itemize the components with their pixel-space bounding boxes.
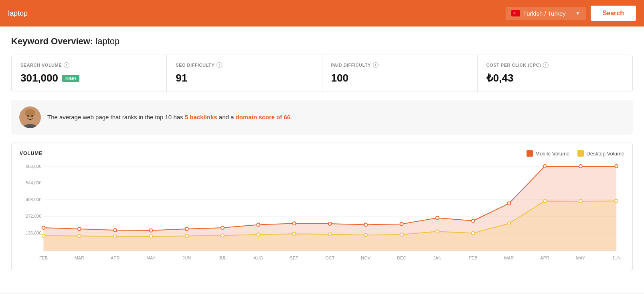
svg-point-51 xyxy=(507,202,510,205)
chart-container: 680,000 544,000 408,000 272,000 136,000 … xyxy=(20,162,624,267)
svg-point-6 xyxy=(35,115,37,118)
legend-item-desktop: Desktop Volume xyxy=(577,150,624,157)
svg-point-50 xyxy=(472,219,475,223)
svg-point-57 xyxy=(113,235,117,238)
svg-point-45 xyxy=(293,222,296,225)
high-badge: HIGH xyxy=(62,75,80,82)
metric-card-seo-difficulty: SEO DIFFICULTY i 91 xyxy=(167,55,322,92)
svg-point-59 xyxy=(185,235,188,238)
insight-banner: The average web page that ranks in the t… xyxy=(11,100,633,135)
svg-point-5 xyxy=(24,115,26,118)
metric-card-cpc: COST PER CLICK (CPC) i ₺0,43 xyxy=(478,55,632,92)
language-label: Turkish / Turkey xyxy=(523,10,566,17)
search-bar: 🇹🇷 Turkish / Turkey ▼ Search xyxy=(0,0,644,27)
svg-point-46 xyxy=(328,222,332,225)
metric-card-paid-difficulty: PAID DIFFICULTY i 100 xyxy=(322,55,478,92)
legend-box-mobile xyxy=(527,150,533,157)
metric-label-cpc: COST PER CLICK (CPC) i xyxy=(486,62,624,68)
info-icon-seo-difficulty[interactable]: i xyxy=(217,62,222,68)
svg-point-68 xyxy=(507,222,510,225)
chart-legend: Mobile Volume Desktop Volume xyxy=(527,150,624,157)
svg-text:JUN: JUN xyxy=(612,255,621,260)
flag-icon: 🇹🇷 xyxy=(511,10,520,16)
metric-label-paid-difficulty: PAID DIFFICULTY i xyxy=(331,62,468,68)
svg-text:APR: APR xyxy=(540,255,549,260)
svg-text:AUG: AUG xyxy=(253,255,263,260)
legend-label-desktop: Desktop Volume xyxy=(586,151,624,157)
svg-text:MAR: MAR xyxy=(504,255,514,260)
svg-text:272,000: 272,000 xyxy=(26,214,41,218)
info-icon-search-volume[interactable]: i xyxy=(64,62,69,68)
chevron-down-icon: ▼ xyxy=(575,10,580,16)
info-icon-cpc[interactable]: i xyxy=(543,62,549,68)
svg-text:408,000: 408,000 xyxy=(26,197,41,202)
svg-text:SEP: SEP xyxy=(290,255,299,260)
svg-point-58 xyxy=(149,235,152,238)
svg-point-41 xyxy=(149,229,152,232)
svg-point-38 xyxy=(42,226,45,229)
metric-label-seo-difficulty: SEO DIFFICULTY i xyxy=(176,62,313,68)
svg-text:MAR: MAR xyxy=(75,255,84,260)
search-input[interactable] xyxy=(8,9,501,18)
svg-text:JUN: JUN xyxy=(182,255,191,260)
metric-value-seo-difficulty: 91 xyxy=(176,72,313,84)
svg-text:136,000: 136,000 xyxy=(26,231,41,235)
svg-text:FEB: FEB xyxy=(469,255,477,260)
svg-text:APR: APR xyxy=(111,255,120,260)
svg-point-3 xyxy=(27,115,29,117)
svg-point-66 xyxy=(436,230,439,233)
svg-point-69 xyxy=(543,200,547,203)
svg-text:JAN: JAN xyxy=(433,255,441,260)
svg-point-53 xyxy=(579,165,582,168)
metric-card-search-volume: SEARCH VOLUME i 301,000 HIGH xyxy=(12,55,167,92)
svg-text:OCT: OCT xyxy=(325,255,334,260)
svg-point-52 xyxy=(543,165,547,168)
insight-text: The average web page that ranks in the t… xyxy=(47,113,292,122)
chart-title: VOLUME xyxy=(20,151,43,156)
metric-value-paid-difficulty: 100 xyxy=(331,72,468,84)
search-button[interactable]: Search xyxy=(591,6,636,21)
svg-text:544,000: 544,000 xyxy=(26,180,41,185)
chart-header: VOLUME Mobile Volume Desktop Volume xyxy=(20,150,624,157)
chart-section: VOLUME Mobile Volume Desktop Volume xyxy=(11,143,633,271)
metric-label-search-volume: SEARCH VOLUME i xyxy=(20,62,158,68)
svg-text:680,000: 680,000 xyxy=(26,164,41,169)
info-icon-paid-difficulty[interactable]: i xyxy=(373,62,379,68)
svg-text:DEC: DEC xyxy=(397,255,406,260)
svg-text:JUL: JUL xyxy=(219,255,226,260)
svg-text:NOV: NOV xyxy=(361,255,371,260)
domain-score-highlight: domain score of 66 xyxy=(236,114,291,120)
svg-point-70 xyxy=(579,200,582,203)
svg-point-44 xyxy=(257,223,260,226)
backlinks-highlight: 5 backlinks xyxy=(185,114,217,120)
svg-point-64 xyxy=(364,233,367,237)
svg-point-65 xyxy=(400,233,403,236)
page-title: Keyword Overview: laptop xyxy=(11,36,633,47)
svg-text:MAY: MAY xyxy=(576,255,585,260)
volume-chart: 680,000 544,000 408,000 272,000 136,000 … xyxy=(20,162,624,267)
svg-point-54 xyxy=(615,165,618,168)
svg-point-55 xyxy=(42,234,45,237)
main-content: Keyword Overview: laptop SEARCH VOLUME i… xyxy=(0,27,644,293)
svg-point-2 xyxy=(25,109,35,117)
svg-point-62 xyxy=(293,232,296,235)
svg-point-4 xyxy=(31,115,33,117)
svg-point-71 xyxy=(615,200,618,203)
svg-point-60 xyxy=(221,234,224,237)
svg-point-67 xyxy=(472,231,475,235)
metric-value-cpc: ₺0,43 xyxy=(486,72,624,84)
svg-point-43 xyxy=(221,226,224,229)
svg-point-63 xyxy=(328,233,332,236)
metric-value-search-volume: 301,000 HIGH xyxy=(20,72,158,84)
language-selector[interactable]: 🇹🇷 Turkish / Turkey ▼ xyxy=(506,7,586,20)
avatar xyxy=(19,106,41,128)
svg-point-47 xyxy=(364,223,367,226)
legend-item-mobile: Mobile Volume xyxy=(527,150,569,157)
svg-point-56 xyxy=(78,235,81,238)
svg-text:MAY: MAY xyxy=(146,255,156,260)
svg-point-48 xyxy=(400,223,403,226)
svg-point-49 xyxy=(436,216,439,219)
legend-label-mobile: Mobile Volume xyxy=(535,151,569,157)
legend-box-desktop xyxy=(577,150,584,157)
svg-point-39 xyxy=(78,227,81,231)
